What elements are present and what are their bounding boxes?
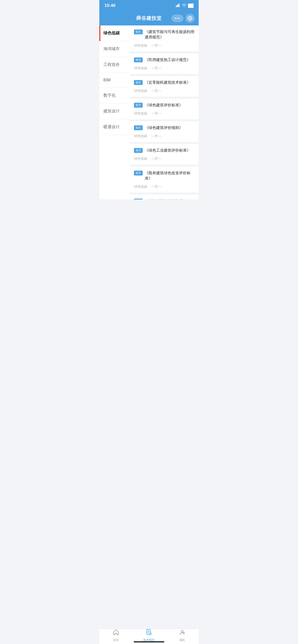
content-item-meta: 绿色低碳 —空— [134,87,195,93]
content-item-4[interactable]: 规范 《绿色建筑评价标准》 绿色低碳 —空— [130,99,199,119]
header-actions: ••• [171,14,195,23]
content-item-header: 规范 《建筑碳排放计算标准》 [134,198,195,199]
content-item-2[interactable]: 规范 《民用建筑热工设计规范》 绿色低碳 —空— [130,53,199,74]
status-bar: 15:46 69 [99,0,199,11]
svg-rect-2 [178,4,179,7]
sidebar-item-digital[interactable]: 数字化 [99,88,130,104]
content-item-meta: 绿色低碳 —空— [134,133,195,138]
content-item-title: 《近零能耗建筑技术标准》 [145,80,195,85]
meta-empty: —空— [151,156,161,161]
status-time: 15:46 [104,3,115,8]
content-item-title: 《绿色工业建筑评价标准》 [145,148,195,153]
meta-category: 绿色低碳 [134,111,147,116]
content-item-title: 《绿色建筑评价标准》 [145,102,195,108]
content-item-meta: 绿色低碳 —空— [134,183,195,189]
svg-rect-0 [176,6,177,7]
content-item-5[interactable]: 规范 《绿色建筑评价细则》 绿色低碳 —空— [130,121,199,142]
content-item-meta: 绿色低碳 —空— [134,65,195,70]
meta-empty: —空— [151,184,161,189]
content-item-header: 规范 《绿色建筑评价细则》 [134,125,195,130]
svg-rect-3 [179,4,180,7]
meta-category: 绿色低碳 [134,134,147,138]
content-item-title: 《绿色建筑评价细则》 [145,125,195,130]
signal-icon [176,4,180,8]
content-item-8[interactable]: 规范 《建筑碳排放计算标准》 绿色低碳 —空— [130,195,199,199]
content-item-meta: 绿色低碳 —空— [134,110,195,116]
content-item-header: 规范 《近零能耗建筑技术标准》 [134,80,195,85]
header-title: 舜谷建技堂 [136,15,162,22]
content-item-header: 规范 《绿色工业建筑评价标准》 [134,148,195,153]
content-item-header: 规范 《民用建筑热工设计规范》 [134,57,195,62]
tag-badge: 规范 [134,171,143,175]
sidebar-item-bim[interactable]: BIM [99,73,130,88]
content-item-6[interactable]: 规范 《绿色工业建筑评价标准》 绿色低碳 —空— [130,144,199,165]
meta-category: 绿色低碳 [134,66,147,70]
sidebar: 绿色低碳 海绵城市 工程造价 BIM 数字化 建筑设计 暖通设计 [99,25,130,199]
meta-empty: —空— [151,43,161,48]
meta-empty: —空— [151,111,161,116]
sidebar-item-cost[interactable]: 工程造价 [99,57,130,73]
svg-point-6 [190,18,191,19]
sidebar-item-arch[interactable]: 建筑设计 [99,104,130,119]
content-item-meta: 绿色低碳 —空— [134,42,195,48]
meta-category: 绿色低碳 [134,156,147,161]
content-item-header: 规范 《绿色建筑评价标准》 [134,102,195,108]
content-item-header: 规范 《建筑节能与可再生能源利用通用规范》 [134,29,195,40]
wifi-icon [182,4,186,8]
sidebar-item-hvac[interactable]: 暖通设计 [99,119,130,135]
content-item-title: 《建筑碳排放计算标准》 [145,198,195,199]
meta-category: 绿色低碳 [134,43,147,48]
content-item-title: 《既有建筑绿色改造评价标准》 [145,170,195,181]
content-item-3[interactable]: 规范 《近零能耗建筑技术标准》 绿色低碳 —空— [130,76,199,97]
content-item-title: 《民用建筑热工设计规范》 [145,57,195,62]
header: 舜谷建技堂 ••• [99,11,199,25]
meta-empty: —空— [151,89,161,93]
sidebar-item-sponge[interactable]: 海绵城市 [99,41,130,57]
tag-badge: 规范 [134,80,143,85]
main-layout: 绿色低碳 海绵城市 工程造价 BIM 数字化 建筑设计 暖通设计 规范 《建筑节… [99,25,199,199]
tag-badge: 规范 [134,125,143,130]
battery-icon: 69 [188,4,194,8]
meta-empty: —空— [151,134,161,138]
more-button[interactable]: ••• [171,14,183,22]
content-item-title: 《建筑节能与可再生能源利用通用规范》 [145,29,195,40]
tag-badge: 规范 [134,103,143,108]
tag-badge: 规范 [134,148,143,153]
sidebar-item-green[interactable]: 绿色低碳 [99,25,130,41]
target-button[interactable] [185,14,195,23]
content-item-meta: 绿色低碳 —空— [134,155,195,161]
tag-badge: 规范 [134,199,143,199]
svg-rect-1 [177,5,178,7]
meta-category: 绿色低碳 [134,89,147,93]
meta-category: 绿色低碳 [134,184,147,189]
status-icons: 69 [176,4,194,8]
content-item-7[interactable]: 规范 《既有建筑绿色改造评价标准》 绿色低碳 —空— [130,167,199,193]
tag-badge: 规范 [134,30,143,34]
content-item-1[interactable]: 规范 《建筑节能与可再生能源利用通用规范》 绿色低碳 —空— [130,25,199,51]
content-list: 规范 《建筑节能与可再生能源利用通用规范》 绿色低碳 —空— 规范 《民用建筑热… [130,25,199,199]
meta-empty: —空— [151,66,161,70]
tag-badge: 规范 [134,57,143,62]
content-item-header: 规范 《既有建筑绿色改造评价标准》 [134,170,195,181]
